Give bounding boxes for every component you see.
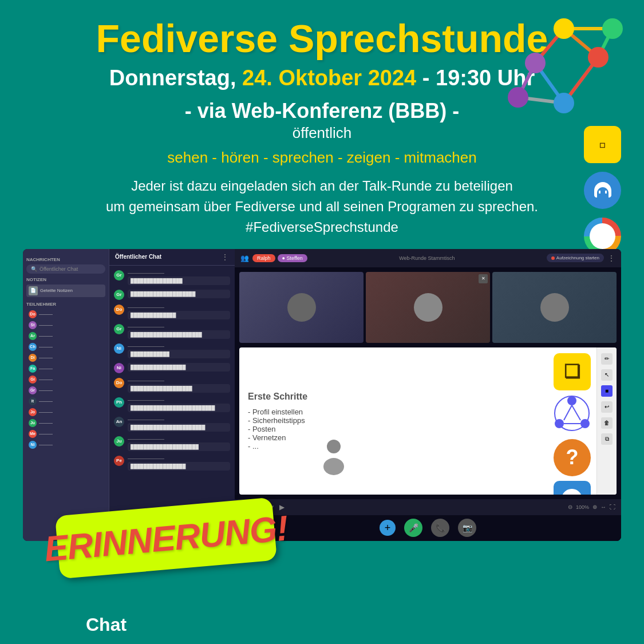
close-icon[interactable]: ✕ — [479, 274, 488, 283]
friendica-slide-icon: ❏ — [554, 353, 591, 390]
rect-tool[interactable]: ■ — [601, 385, 613, 397]
svg-point-15 — [327, 440, 341, 453]
add-button[interactable]: + — [380, 520, 396, 536]
desc-line2: um gemeinsam über Fediverse und all sein… — [23, 196, 621, 217]
svg-point-13 — [508, 87, 528, 108]
fullscreen-btn[interactable]: ⛶ — [610, 504, 615, 510]
description: Jeder ist dazu eingeladen sich an der Ta… — [23, 176, 621, 238]
avatar-ni: Ni — [29, 441, 37, 449]
msg-content-6: █████████████████ — [128, 363, 230, 372]
chat-search[interactable]: 🔍 Öffentlicher Chat — [26, 264, 105, 274]
svg-point-18 — [567, 396, 576, 405]
slide-item-3: - Posten — [248, 425, 588, 433]
msg-content-7: ———————— ███████████████████ — [128, 378, 230, 393]
message-row: Ni ———————— ████████████ — [114, 343, 230, 358]
date-prefix: Donnerstag, — [109, 66, 236, 90]
participant-gi: Gi ——— — [26, 374, 105, 385]
slide-item-4: - Vernetzen — [248, 433, 588, 442]
camera-button[interactable]: 📷 — [458, 519, 476, 537]
avatar-do: Do — [29, 310, 37, 318]
public-label: öffentlich — [23, 124, 621, 142]
participant-fa: Fa ——— — [26, 364, 105, 374]
msg-content-8: ———————— ██████████████████████████ — [128, 397, 230, 412]
message-row: Do ———————— ██████████████ — [114, 305, 230, 319]
message-row: Gr ———————— ████████████████ — [114, 270, 230, 285]
slide-item-5: - ... — [248, 442, 588, 451]
message-row: Ju ———————— █████████████████████ — [114, 436, 230, 451]
mastodon-slide-icon — [554, 481, 591, 495]
participant-di: Di ——— — [26, 353, 105, 363]
msg-avatar-3: Do — [114, 305, 124, 315]
chat-header: Öffentlicher Chat ⋮ — [109, 249, 235, 266]
msg-avatar-4: Gr — [114, 324, 124, 334]
zoom-in-btn[interactable]: ⊕ — [592, 504, 597, 510]
chat-menu-icon[interactable]: ⋮ — [221, 252, 229, 262]
screenshot-container: NACHRICHTEN 🔍 Öffentlicher Chat NOTIZEN … — [23, 249, 621, 541]
participant-ju: Ju ——— — [26, 418, 105, 428]
shared-notes-item[interactable]: 📄 Geteilte Notizen — [26, 285, 105, 297]
tagline: sehen - hören - sprechen - zeigen - mitm… — [23, 149, 621, 167]
delete-tool[interactable]: 🗑 — [601, 417, 613, 429]
msg-avatar-10: Ju — [114, 436, 124, 447]
chat-label: Chat — [86, 614, 127, 635]
participant-gr: Gr ——— — [26, 385, 105, 396]
participant-ch: Ch ——— — [26, 342, 105, 352]
avatar-gr: Gr — [29, 386, 37, 394]
pencil-tool[interactable]: ✏ — [601, 353, 613, 365]
svg-point-19 — [555, 419, 564, 428]
chip-ralph: Ralph — [252, 254, 275, 262]
video-grid: ✕ — [235, 267, 621, 347]
slide-heading: Erste Schritte — [248, 392, 588, 402]
shared-notes-label: Geteilte Notizen — [40, 288, 73, 293]
record-label: Aufzeichnung starten — [556, 255, 599, 260]
main-container: ▫ 🐭 Fediverse Sprechstunde Donnerstag, 2… — [0, 0, 644, 644]
slide-toolbar: ✏ ↖ ■ ↩ 🗑 ⧉ — [596, 347, 617, 495]
chip-steffen: ● Steffen — [278, 254, 307, 262]
teilnehmer-label: TEILNEHMER — [26, 302, 105, 307]
participant-it: It ——— — [26, 396, 105, 406]
mic-button[interactable]: 🎤 — [404, 519, 422, 537]
zoom-out-btn[interactable]: ⊖ — [568, 504, 572, 510]
slide-nav: ◀ Folie 6 ▼ ▶ ⊖ 100% ⊕ ↔ ⛶ — [235, 499, 621, 515]
select-tool[interactable]: ↖ — [601, 369, 613, 381]
phone-button[interactable]: 📞 — [431, 519, 449, 537]
avatar-fa: Fa — [29, 365, 37, 373]
video-thumb-1 — [239, 272, 364, 343]
msg-content-11: ———————— █████████████████ — [128, 456, 230, 471]
msg-content-10: ———————— █████████████████████ — [128, 436, 230, 451]
video-left-controls: 👥 Ralph ● Steffen — [240, 254, 307, 262]
video-thumb-3 — [492, 272, 617, 343]
participant-me: Me ——— — [26, 429, 105, 439]
bottom-bar: + 🎤 📞 📷 — [235, 515, 621, 541]
message-row: Gr ———————— ██████████████████████ — [114, 324, 230, 339]
avatar-ar: Ar — [29, 332, 37, 340]
zoom-level: 100% — [576, 504, 589, 510]
avatar-di: Di — [29, 354, 37, 362]
msg-content-2: ████████████████████ — [128, 290, 230, 298]
record-button[interactable]: Aufzeichnung starten — [547, 254, 604, 262]
clone-tool[interactable]: ⧉ — [601, 433, 613, 445]
svg-point-20 — [580, 419, 590, 428]
question-slide-icon: ? — [554, 439, 591, 476]
fit-btn[interactable]: ↔ — [600, 504, 606, 510]
participant-ar: Ar ——— — [26, 331, 105, 341]
message-row: An ———————— ███████████████████████ — [114, 417, 230, 432]
avatar-gi: Gi — [29, 376, 37, 384]
participant-jo: Jo ——— — [26, 407, 105, 417]
avatar-jo: Jo — [29, 408, 37, 416]
svg-point-9 — [554, 18, 574, 39]
date-highlight: 24. Oktober 2024 — [242, 66, 416, 90]
user-avatar-2 — [414, 293, 442, 322]
undo-tool[interactable]: ↩ — [601, 401, 613, 413]
video-menu-icon[interactable]: ⋮ — [607, 254, 615, 263]
msg-avatar-8: Ph — [114, 397, 124, 408]
participant-do: Do ——— — [26, 309, 105, 319]
msg-avatar-9: An — [114, 417, 124, 427]
record-dot — [551, 256, 555, 260]
svg-point-14 — [554, 93, 574, 113]
msg-avatar-5: Ni — [114, 343, 124, 354]
participant-ni: Ni ——— — [26, 440, 105, 450]
participant-chips: Ralph ● Steffen — [252, 254, 307, 262]
user-avatar-3 — [540, 293, 569, 322]
msg-avatar-6: Ni — [114, 363, 124, 373]
